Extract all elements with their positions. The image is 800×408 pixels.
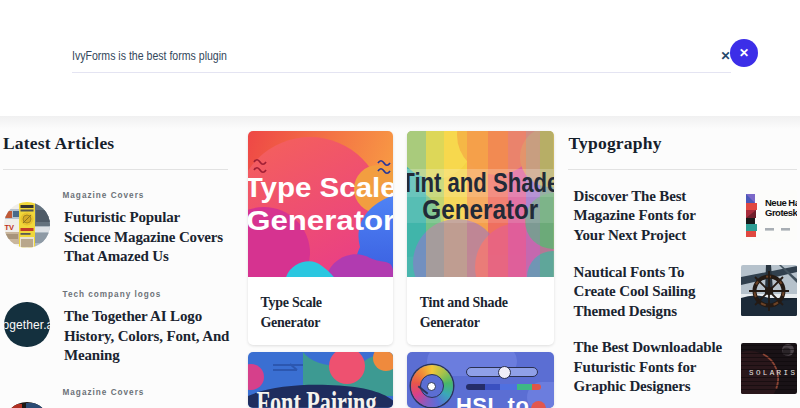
svg-text:TV: TV	[4, 223, 14, 232]
svg-text:Type Scale: Type Scale	[248, 171, 394, 203]
svg-text:Generator: Generator	[248, 203, 394, 235]
svg-text:Font Pairing: Font Pairing	[256, 384, 376, 408]
svg-text:Generator: Generator	[422, 193, 538, 224]
svg-text:Grotesk: Grotesk	[765, 206, 797, 217]
svg-text:SOLARIS: SOLARIS	[749, 369, 797, 377]
